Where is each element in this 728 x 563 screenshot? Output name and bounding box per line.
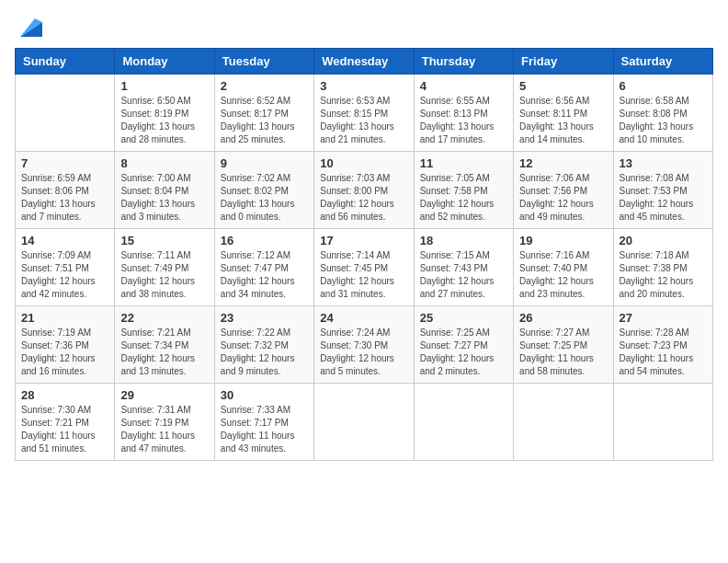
day-number: 15 <box>120 234 208 247</box>
day-number: 12 <box>519 156 607 170</box>
day-info: Sunrise: 7:03 AM Sunset: 8:00 PM Dayligh… <box>320 172 407 224</box>
day-info: Sunrise: 6:58 AM Sunset: 8:08 PM Dayligh… <box>620 95 707 146</box>
day-number: 23 <box>221 311 308 325</box>
calendar-cell: 1Sunrise: 6:50 AM Sunset: 8:19 PM Daylig… <box>115 75 214 152</box>
day-info: Sunrise: 7:22 AM Sunset: 7:32 PM Dayligh… <box>221 327 308 378</box>
calendar-cell: 17Sunrise: 7:14 AM Sunset: 7:45 PM Dayli… <box>314 229 414 306</box>
day-info: Sunrise: 7:24 AM Sunset: 7:30 PM Dayligh… <box>320 327 407 378</box>
header-thursday: Thursday <box>414 49 513 75</box>
calendar-cell: 27Sunrise: 7:28 AM Sunset: 7:23 PM Dayli… <box>613 306 712 384</box>
day-number: 30 <box>221 388 308 402</box>
header-friday: Friday <box>514 49 613 75</box>
day-number: 28 <box>21 388 108 402</box>
header-tuesday: Tuesday <box>214 49 313 75</box>
header-row: SundayMondayTuesdayWednesdayThursdayFrid… <box>16 49 713 75</box>
day-number: 14 <box>21 234 108 247</box>
calendar-cell: 7Sunrise: 6:59 AM Sunset: 8:06 PM Daylig… <box>16 152 115 229</box>
calendar-cell <box>314 384 414 461</box>
day-number: 24 <box>320 311 407 325</box>
day-number: 4 <box>420 79 507 93</box>
calendar-cell: 25Sunrise: 7:25 AM Sunset: 7:27 PM Dayli… <box>414 306 513 384</box>
day-info: Sunrise: 7:28 AM Sunset: 7:23 PM Dayligh… <box>620 327 707 378</box>
day-number: 2 <box>221 79 308 93</box>
day-info: Sunrise: 7:30 AM Sunset: 7:21 PM Dayligh… <box>21 404 108 455</box>
calendar-cell: 13Sunrise: 7:08 AM Sunset: 7:53 PM Dayli… <box>613 152 712 229</box>
day-info: Sunrise: 7:21 AM Sunset: 7:34 PM Dayligh… <box>120 327 208 378</box>
day-number: 3 <box>320 79 407 93</box>
calendar-cell: 26Sunrise: 7:27 AM Sunset: 7:25 PM Dayli… <box>514 306 613 384</box>
calendar-cell: 11Sunrise: 7:05 AM Sunset: 7:58 PM Dayli… <box>414 152 513 229</box>
calendar-cell: 18Sunrise: 7:15 AM Sunset: 7:43 PM Dayli… <box>414 229 513 306</box>
week-row-0: 1Sunrise: 6:50 AM Sunset: 8:19 PM Daylig… <box>16 75 713 152</box>
week-row-2: 14Sunrise: 7:09 AM Sunset: 7:51 PM Dayli… <box>16 229 713 306</box>
week-row-1: 7Sunrise: 6:59 AM Sunset: 8:06 PM Daylig… <box>16 152 713 229</box>
calendar-cell: 24Sunrise: 7:24 AM Sunset: 7:30 PM Dayli… <box>314 306 414 384</box>
calendar-cell: 22Sunrise: 7:21 AM Sunset: 7:34 PM Dayli… <box>115 306 214 384</box>
day-number: 17 <box>320 234 407 247</box>
calendar-cell: 12Sunrise: 7:06 AM Sunset: 7:56 PM Dayli… <box>514 152 613 229</box>
day-info: Sunrise: 7:08 AM Sunset: 7:53 PM Dayligh… <box>620 172 707 224</box>
calendar-cell <box>514 384 613 461</box>
calendar-cell: 8Sunrise: 7:00 AM Sunset: 8:04 PM Daylig… <box>115 152 214 229</box>
calendar-cell: 21Sunrise: 7:19 AM Sunset: 7:36 PM Dayli… <box>16 306 115 384</box>
day-info: Sunrise: 7:31 AM Sunset: 7:19 PM Dayligh… <box>120 404 208 455</box>
calendar-cell <box>16 75 115 152</box>
calendar-table: SundayMondayTuesdayWednesdayThursdayFrid… <box>15 48 713 461</box>
week-row-3: 21Sunrise: 7:19 AM Sunset: 7:36 PM Dayli… <box>16 306 713 384</box>
day-info: Sunrise: 7:05 AM Sunset: 7:58 PM Dayligh… <box>420 172 507 224</box>
logo-icon <box>17 15 42 40</box>
day-info: Sunrise: 7:09 AM Sunset: 7:51 PM Dayligh… <box>21 249 108 301</box>
calendar-cell: 5Sunrise: 6:56 AM Sunset: 8:11 PM Daylig… <box>514 75 613 152</box>
calendar-cell: 28Sunrise: 7:30 AM Sunset: 7:21 PM Dayli… <box>16 384 115 461</box>
day-number: 18 <box>420 234 507 247</box>
day-info: Sunrise: 7:19 AM Sunset: 7:36 PM Dayligh… <box>21 327 108 378</box>
header-saturday: Saturday <box>613 49 712 75</box>
day-number: 7 <box>21 156 108 170</box>
calendar-cell: 19Sunrise: 7:16 AM Sunset: 7:40 PM Dayli… <box>514 229 613 306</box>
day-info: Sunrise: 7:11 AM Sunset: 7:49 PM Dayligh… <box>120 249 208 301</box>
day-info: Sunrise: 6:53 AM Sunset: 8:15 PM Dayligh… <box>320 95 407 146</box>
day-number: 19 <box>519 234 607 247</box>
day-info: Sunrise: 6:56 AM Sunset: 8:11 PM Dayligh… <box>519 95 607 146</box>
day-info: Sunrise: 6:50 AM Sunset: 8:19 PM Dayligh… <box>120 95 208 146</box>
calendar-cell: 10Sunrise: 7:03 AM Sunset: 8:00 PM Dayli… <box>314 152 414 229</box>
day-number: 11 <box>420 156 507 170</box>
day-info: Sunrise: 7:02 AM Sunset: 8:02 PM Dayligh… <box>221 172 308 224</box>
calendar-cell: 23Sunrise: 7:22 AM Sunset: 7:32 PM Dayli… <box>214 306 313 384</box>
day-info: Sunrise: 7:18 AM Sunset: 7:38 PM Dayligh… <box>620 249 707 301</box>
calendar-cell: 3Sunrise: 6:53 AM Sunset: 8:15 PM Daylig… <box>314 75 414 152</box>
day-number: 8 <box>120 156 208 170</box>
calendar-cell: 2Sunrise: 6:52 AM Sunset: 8:17 PM Daylig… <box>214 75 313 152</box>
day-number: 26 <box>519 311 607 325</box>
calendar-cell: 9Sunrise: 7:02 AM Sunset: 8:02 PM Daylig… <box>214 152 313 229</box>
day-number: 10 <box>320 156 407 170</box>
week-row-4: 28Sunrise: 7:30 AM Sunset: 7:21 PM Dayli… <box>16 384 713 461</box>
day-number: 29 <box>120 388 208 402</box>
day-info: Sunrise: 7:15 AM Sunset: 7:43 PM Dayligh… <box>420 249 507 301</box>
calendar-cell <box>414 384 513 461</box>
day-number: 22 <box>120 311 208 325</box>
page-header <box>15 15 713 40</box>
day-number: 13 <box>620 156 707 170</box>
header-monday: Monday <box>115 49 214 75</box>
calendar-header: SundayMondayTuesdayWednesdayThursdayFrid… <box>16 49 713 75</box>
day-info: Sunrise: 7:25 AM Sunset: 7:27 PM Dayligh… <box>420 327 507 378</box>
day-number: 27 <box>620 311 707 325</box>
calendar-cell: 6Sunrise: 6:58 AM Sunset: 8:08 PM Daylig… <box>613 75 712 152</box>
day-number: 16 <box>221 234 308 247</box>
day-info: Sunrise: 7:06 AM Sunset: 7:56 PM Dayligh… <box>519 172 607 224</box>
day-info: Sunrise: 7:27 AM Sunset: 7:25 PM Dayligh… <box>519 327 607 378</box>
calendar-cell: 4Sunrise: 6:55 AM Sunset: 8:13 PM Daylig… <box>414 75 513 152</box>
logo <box>15 15 42 40</box>
header-wednesday: Wednesday <box>314 49 414 75</box>
day-info: Sunrise: 7:14 AM Sunset: 7:45 PM Dayligh… <box>320 249 407 301</box>
day-number: 1 <box>120 79 208 93</box>
day-number: 9 <box>221 156 308 170</box>
calendar-cell: 14Sunrise: 7:09 AM Sunset: 7:51 PM Dayli… <box>16 229 115 306</box>
day-info: Sunrise: 7:00 AM Sunset: 8:04 PM Dayligh… <box>120 172 208 224</box>
day-number: 6 <box>620 79 707 93</box>
day-number: 21 <box>21 311 108 325</box>
day-info: Sunrise: 6:59 AM Sunset: 8:06 PM Dayligh… <box>21 172 108 224</box>
calendar-cell <box>613 384 712 461</box>
calendar-cell: 20Sunrise: 7:18 AM Sunset: 7:38 PM Dayli… <box>613 229 712 306</box>
